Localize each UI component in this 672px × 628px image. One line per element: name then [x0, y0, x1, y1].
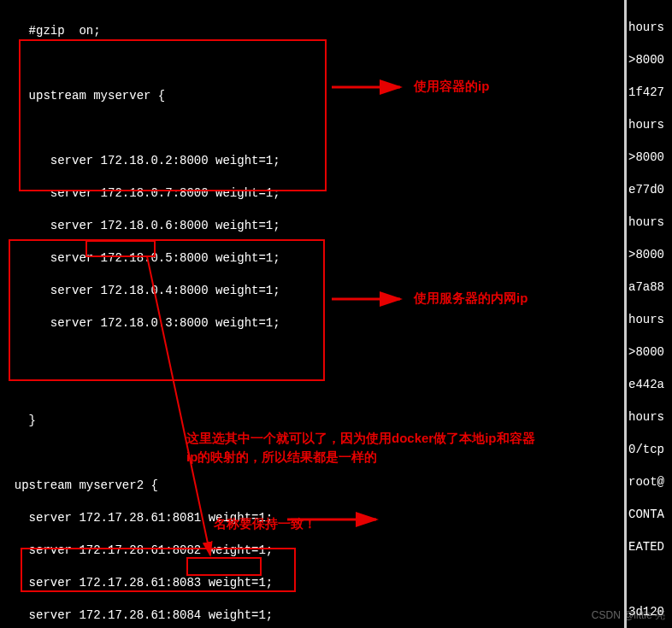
term-line: e77d0	[628, 182, 670, 198]
code-line	[0, 56, 624, 72]
annotation-text: 名称要保持一致！	[214, 516, 316, 532]
term-line: EATED	[628, 539, 670, 555]
code-line: server 172.18.0.5:8000 weight=1;	[0, 250, 624, 267]
term-line: >8000	[628, 247, 670, 263]
code-line: server 172.17.28.61:8084 weight=1;	[0, 607, 624, 624]
code-line: server 172.18.0.3:8000 weight=1;	[0, 315, 624, 332]
code-line: #gzip on;	[0, 23, 624, 39]
watermark-text: CSDN @little 亮	[592, 608, 665, 623]
annotation-text: 使用服务器的内网ip	[414, 291, 528, 307]
code-line: server 172.18.0.2:8000 weight=1;	[0, 153, 624, 169]
term-line: hours	[628, 409, 670, 426]
term-line: >8000	[628, 52, 670, 68]
code-line: upstream myserver {	[0, 88, 624, 104]
right-terminal-panel[interactable]: hours >8000 1f427 hours >8000 e77d0 hour…	[624, 0, 672, 628]
term-line: 1f427	[628, 85, 670, 101]
term-line: hours	[628, 117, 670, 133]
code-line: server 172.18.0.4:8000 weight=1;	[0, 283, 624, 299]
term-line: >8000	[628, 150, 670, 166]
term-line: >8000	[628, 344, 670, 361]
term-line: a7a88	[628, 279, 670, 296]
annotation-text: 使用容器的ip	[414, 79, 489, 95]
code-line	[0, 120, 624, 137]
term-line: hours	[628, 312, 670, 328]
code-line: upstream myserver2 {	[0, 478, 624, 494]
code-line: server 172.18.0.7:8000 weight=1;	[0, 185, 624, 202]
code-line: }	[0, 413, 624, 429]
code-line	[0, 348, 624, 364]
code-line: server 172.17.28.61:8082 weight=1;	[0, 543, 624, 559]
term-line: e442a	[628, 377, 670, 393]
code-line	[0, 380, 624, 396]
annotation-text: 这里选其中一个就可以了，因为使用docker做了本地ip和容器ip的映射的，所以…	[186, 429, 545, 467]
code-line: server 172.18.0.6:8000 weight=1;	[0, 218, 624, 234]
term-line: CONTA	[628, 507, 670, 523]
term-line: root@	[628, 474, 670, 490]
code-editor[interactable]: #gzip on; upstream myserver { server 172…	[0, 0, 624, 628]
code-line: server 172.17.28.61:8083 weight=1;	[0, 575, 624, 591]
term-line	[628, 572, 670, 588]
term-line: 0/tcp	[628, 442, 670, 458]
term-line: hours	[628, 20, 670, 36]
term-line: hours	[628, 214, 670, 231]
